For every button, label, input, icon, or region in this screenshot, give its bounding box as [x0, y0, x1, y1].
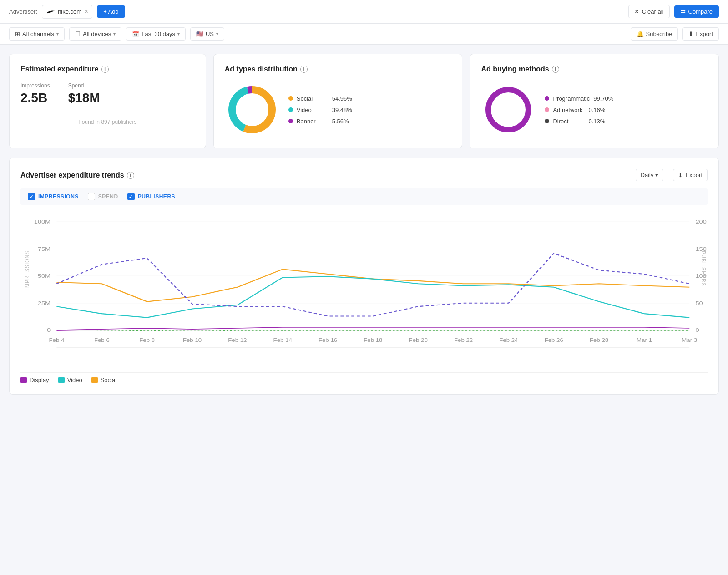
devices-icon: ☐	[75, 31, 81, 37]
direct-dot	[545, 119, 549, 123]
legend-ad-network: Ad network 0.16%	[545, 107, 613, 113]
subscribe-label: Subscribe	[646, 31, 672, 37]
svg-text:Feb 4: Feb 4	[49, 337, 65, 343]
spend-col: Spend $18M	[68, 82, 100, 105]
svg-text:Feb 28: Feb 28	[590, 337, 609, 343]
trends-card: Advertiser expenditure trends i Daily ▾ …	[9, 158, 719, 395]
chevron-down-icon: ▾	[655, 172, 658, 178]
social-bottom-dot	[91, 377, 98, 383]
svg-text:100M: 100M	[34, 219, 51, 225]
country-filter[interactable]: 🇺🇸 US ▾	[190, 27, 224, 41]
daily-select[interactable]: Daily ▾	[636, 169, 664, 181]
svg-text:0: 0	[47, 327, 51, 333]
legend-direct: Direct 0.13%	[545, 118, 613, 125]
programmatic-dot	[545, 96, 549, 101]
filters-bar: ⊞ All channels ▾ ☐ All devices ▾ 📅 Last …	[0, 24, 728, 45]
subscribe-button[interactable]: 🔔 Subscribe	[631, 27, 678, 41]
main-content: Estimated expenditure i Impressions 2.5B…	[0, 45, 728, 404]
legend-social: Social 54.96%	[288, 95, 352, 102]
header: Advertiser: nike.com ✕ + Add ✕ Clear all…	[0, 0, 728, 24]
ad-types-inner: Social 54.96% Video 39.48% Banner 5.56%	[225, 82, 451, 137]
svg-text:Feb 12: Feb 12	[228, 337, 247, 343]
all-channels-filter[interactable]: ⊞ All channels ▾	[9, 27, 65, 41]
publishers-checkbox-box: ✓	[127, 193, 135, 200]
bottom-legend: Display Video Social	[20, 372, 708, 383]
banner-dot	[288, 119, 293, 123]
svg-text:Feb 18: Feb 18	[364, 337, 383, 343]
svg-point-4	[488, 90, 528, 130]
add-button[interactable]: + Add	[97, 5, 125, 18]
expenditure-card: Estimated expenditure i Impressions 2.5B…	[9, 54, 206, 148]
publishers-note: Found in 897 publishers	[20, 119, 195, 125]
all-channels-label: All channels	[22, 31, 54, 37]
trends-info-icon[interactable]: i	[127, 172, 134, 179]
clear-all-button[interactable]: ✕ Clear all	[628, 5, 670, 18]
publishers-checkbox[interactable]: ✓ PUBLISHERS	[127, 193, 175, 200]
ad-types-donut	[225, 82, 279, 137]
ad-types-info-icon[interactable]: i	[300, 66, 308, 73]
ad-buying-info-icon[interactable]: i	[552, 66, 559, 73]
svg-text:Feb 8: Feb 8	[139, 337, 155, 343]
ad-types-title: Ad types distribution i	[225, 65, 451, 73]
chart-svg: 100M 75M 50M 25M 0 200 150 100 50 0 IMPR…	[20, 212, 708, 367]
impressions-col: Impressions 2.5B	[20, 82, 50, 105]
trends-controls: Daily ▾ ⬇ Export	[636, 169, 708, 181]
trends-export-button[interactable]: ⬇ Export	[673, 169, 708, 181]
impressions-checkbox[interactable]: ✓ IMPRESSIONS	[28, 193, 79, 200]
ad-types-card: Ad types distribution i	[213, 54, 463, 148]
impressions-checkbox-label: IMPRESSIONS	[38, 193, 79, 200]
spend-checkbox-box	[88, 193, 95, 200]
advertiser-name: nike.com	[58, 8, 81, 15]
svg-text:PUBLISHERS: PUBLISHERS	[700, 251, 707, 286]
legend-video-bottom: Video	[58, 377, 82, 383]
close-advertiser-icon[interactable]: ✕	[84, 9, 88, 15]
video-bottom-dot	[58, 377, 65, 383]
spend-label: Spend	[68, 82, 100, 89]
svg-text:25M: 25M	[38, 300, 51, 306]
clear-all-label: Clear all	[642, 8, 664, 15]
spend-checkbox[interactable]: SPEND	[88, 193, 118, 200]
export-label: Export	[696, 31, 713, 37]
impressions-label: Impressions	[20, 82, 50, 89]
video-bottom-label: Video	[67, 377, 82, 383]
export-button[interactable]: ⬇ Export	[682, 27, 719, 41]
exp-row: Impressions 2.5B Spend $18M	[20, 82, 195, 105]
svg-text:50: 50	[696, 300, 703, 306]
date-range-label: Last 30 days	[142, 31, 175, 37]
svg-text:Feb 24: Feb 24	[499, 337, 518, 343]
impressions-value: 2.5B	[20, 91, 50, 105]
publishers-checkbox-label: PUBLISHERS	[138, 193, 175, 200]
header-right: ✕ Clear all ⇄ Compare	[628, 5, 719, 18]
ad-buying-legend: Programmatic 99.70% Ad network 0.16% Dir…	[545, 95, 613, 125]
expenditure-info-icon[interactable]: i	[101, 66, 109, 73]
compare-button[interactable]: ⇄ Compare	[674, 5, 719, 18]
legend-programmatic: Programmatic 99.70%	[545, 95, 613, 102]
legend-social-bottom: Social	[91, 377, 116, 383]
download-icon: ⬇	[688, 31, 693, 37]
svg-text:Feb 6: Feb 6	[94, 337, 110, 343]
compare-icon: ⇄	[681, 8, 686, 15]
chevron-down-icon: ▾	[177, 31, 180, 36]
trends-export-label: Export	[685, 172, 703, 178]
legend-banner: Banner 5.56%	[288, 118, 352, 125]
display-label: Display	[30, 377, 49, 383]
all-devices-filter[interactable]: ☐ All devices ▾	[69, 27, 121, 41]
expenditure-title: Estimated expenditure i	[20, 65, 195, 73]
svg-text:200: 200	[696, 219, 707, 225]
channels-icon: ⊞	[15, 31, 20, 37]
trends-header: Advertiser expenditure trends i Daily ▾ …	[20, 169, 708, 181]
video-dot	[288, 107, 293, 112]
bell-icon: 🔔	[637, 31, 644, 37]
download-icon: ⬇	[678, 172, 683, 178]
chevron-down-icon: ▾	[113, 31, 116, 36]
date-range-filter[interactable]: 📅 Last 30 days ▾	[126, 27, 186, 41]
svg-text:Mar 1: Mar 1	[637, 337, 652, 343]
chart-area: 100M 75M 50M 25M 0 200 150 100 50 0 IMPR…	[20, 212, 708, 367]
compare-label: Compare	[688, 8, 713, 15]
filters-left: ⊞ All channels ▾ ☐ All devices ▾ 📅 Last …	[9, 27, 224, 41]
legend-video: Video 39.48%	[288, 107, 352, 113]
ad-buying-card: Ad buying methods i Programmatic 99.70%	[470, 54, 719, 148]
svg-text:Feb 14: Feb 14	[273, 337, 293, 343]
daily-label: Daily	[641, 172, 654, 178]
trends-title: Advertiser expenditure trends i	[20, 171, 134, 179]
